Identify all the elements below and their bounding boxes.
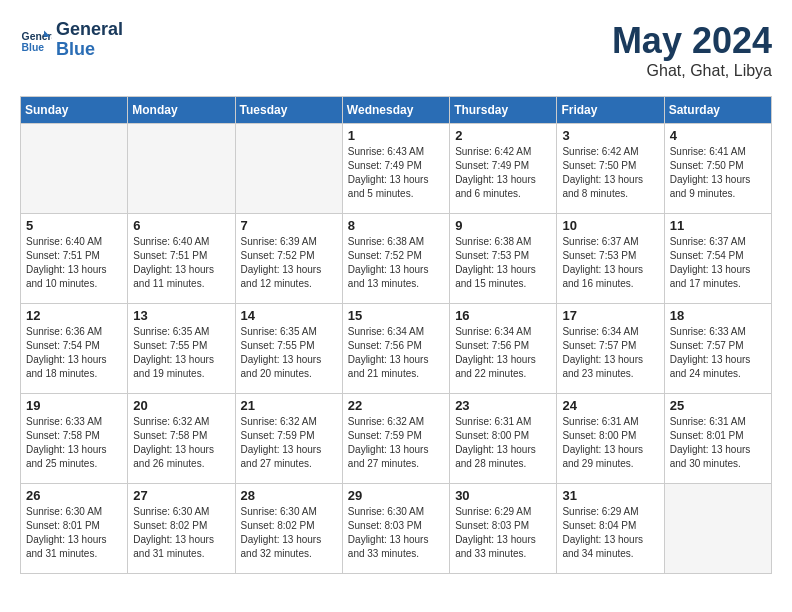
title-block: May 2024 Ghat, Ghat, Libya xyxy=(612,20,772,80)
calendar-cell: 25Sunrise: 6:31 AM Sunset: 8:01 PM Dayli… xyxy=(664,394,771,484)
calendar-week-row: 12Sunrise: 6:36 AM Sunset: 7:54 PM Dayli… xyxy=(21,304,772,394)
logo-icon: General Blue xyxy=(20,24,52,56)
day-number: 6 xyxy=(133,218,229,233)
calendar-cell: 7Sunrise: 6:39 AM Sunset: 7:52 PM Daylig… xyxy=(235,214,342,304)
calendar-cell: 16Sunrise: 6:34 AM Sunset: 7:56 PM Dayli… xyxy=(450,304,557,394)
day-info: Sunrise: 6:29 AM Sunset: 8:04 PM Dayligh… xyxy=(562,505,658,561)
day-info: Sunrise: 6:29 AM Sunset: 8:03 PM Dayligh… xyxy=(455,505,551,561)
day-number: 11 xyxy=(670,218,766,233)
day-info: Sunrise: 6:36 AM Sunset: 7:54 PM Dayligh… xyxy=(26,325,122,381)
logo-text: General Blue xyxy=(56,20,123,60)
calendar-week-row: 26Sunrise: 6:30 AM Sunset: 8:01 PM Dayli… xyxy=(21,484,772,574)
day-info: Sunrise: 6:33 AM Sunset: 7:58 PM Dayligh… xyxy=(26,415,122,471)
day-info: Sunrise: 6:30 AM Sunset: 8:03 PM Dayligh… xyxy=(348,505,444,561)
day-info: Sunrise: 6:40 AM Sunset: 7:51 PM Dayligh… xyxy=(133,235,229,291)
calendar-cell: 22Sunrise: 6:32 AM Sunset: 7:59 PM Dayli… xyxy=(342,394,449,484)
calendar-cell xyxy=(21,124,128,214)
weekday-header: Tuesday xyxy=(235,97,342,124)
day-number: 25 xyxy=(670,398,766,413)
day-info: Sunrise: 6:42 AM Sunset: 7:50 PM Dayligh… xyxy=(562,145,658,201)
day-info: Sunrise: 6:30 AM Sunset: 8:02 PM Dayligh… xyxy=(241,505,337,561)
day-number: 17 xyxy=(562,308,658,323)
weekday-header: Sunday xyxy=(21,97,128,124)
day-number: 26 xyxy=(26,488,122,503)
day-number: 13 xyxy=(133,308,229,323)
calendar-cell: 24Sunrise: 6:31 AM Sunset: 8:00 PM Dayli… xyxy=(557,394,664,484)
page-header: General Blue General Blue May 2024 Ghat,… xyxy=(20,20,772,80)
day-info: Sunrise: 6:35 AM Sunset: 7:55 PM Dayligh… xyxy=(133,325,229,381)
day-number: 21 xyxy=(241,398,337,413)
day-number: 15 xyxy=(348,308,444,323)
calendar-cell xyxy=(664,484,771,574)
calendar-cell: 28Sunrise: 6:30 AM Sunset: 8:02 PM Dayli… xyxy=(235,484,342,574)
weekday-header: Wednesday xyxy=(342,97,449,124)
day-info: Sunrise: 6:40 AM Sunset: 7:51 PM Dayligh… xyxy=(26,235,122,291)
weekday-header: Saturday xyxy=(664,97,771,124)
day-number: 28 xyxy=(241,488,337,503)
day-number: 9 xyxy=(455,218,551,233)
day-number: 27 xyxy=(133,488,229,503)
day-number: 23 xyxy=(455,398,551,413)
calendar-cell: 20Sunrise: 6:32 AM Sunset: 7:58 PM Dayli… xyxy=(128,394,235,484)
calendar-cell: 19Sunrise: 6:33 AM Sunset: 7:58 PM Dayli… xyxy=(21,394,128,484)
day-info: Sunrise: 6:30 AM Sunset: 8:02 PM Dayligh… xyxy=(133,505,229,561)
calendar-cell: 1Sunrise: 6:43 AM Sunset: 7:49 PM Daylig… xyxy=(342,124,449,214)
weekday-header-row: SundayMondayTuesdayWednesdayThursdayFrid… xyxy=(21,97,772,124)
calendar-cell: 27Sunrise: 6:30 AM Sunset: 8:02 PM Dayli… xyxy=(128,484,235,574)
day-info: Sunrise: 6:33 AM Sunset: 7:57 PM Dayligh… xyxy=(670,325,766,381)
day-number: 29 xyxy=(348,488,444,503)
day-info: Sunrise: 6:37 AM Sunset: 7:54 PM Dayligh… xyxy=(670,235,766,291)
weekday-header: Friday xyxy=(557,97,664,124)
day-number: 24 xyxy=(562,398,658,413)
day-info: Sunrise: 6:32 AM Sunset: 7:59 PM Dayligh… xyxy=(241,415,337,471)
day-info: Sunrise: 6:38 AM Sunset: 7:52 PM Dayligh… xyxy=(348,235,444,291)
calendar-subtitle: Ghat, Ghat, Libya xyxy=(612,62,772,80)
calendar-cell: 17Sunrise: 6:34 AM Sunset: 7:57 PM Dayli… xyxy=(557,304,664,394)
calendar-cell: 21Sunrise: 6:32 AM Sunset: 7:59 PM Dayli… xyxy=(235,394,342,484)
calendar-cell xyxy=(128,124,235,214)
day-number: 16 xyxy=(455,308,551,323)
calendar-cell: 6Sunrise: 6:40 AM Sunset: 7:51 PM Daylig… xyxy=(128,214,235,304)
calendar-week-row: 19Sunrise: 6:33 AM Sunset: 7:58 PM Dayli… xyxy=(21,394,772,484)
calendar-cell: 9Sunrise: 6:38 AM Sunset: 7:53 PM Daylig… xyxy=(450,214,557,304)
day-number: 30 xyxy=(455,488,551,503)
calendar-cell: 31Sunrise: 6:29 AM Sunset: 8:04 PM Dayli… xyxy=(557,484,664,574)
calendar-title: May 2024 xyxy=(612,20,772,62)
day-number: 14 xyxy=(241,308,337,323)
calendar-cell xyxy=(235,124,342,214)
calendar-cell: 5Sunrise: 6:40 AM Sunset: 7:51 PM Daylig… xyxy=(21,214,128,304)
calendar-table: SundayMondayTuesdayWednesdayThursdayFrid… xyxy=(20,96,772,574)
day-info: Sunrise: 6:31 AM Sunset: 8:01 PM Dayligh… xyxy=(670,415,766,471)
calendar-cell: 11Sunrise: 6:37 AM Sunset: 7:54 PM Dayli… xyxy=(664,214,771,304)
day-number: 8 xyxy=(348,218,444,233)
calendar-cell: 29Sunrise: 6:30 AM Sunset: 8:03 PM Dayli… xyxy=(342,484,449,574)
day-number: 1 xyxy=(348,128,444,143)
calendar-cell: 13Sunrise: 6:35 AM Sunset: 7:55 PM Dayli… xyxy=(128,304,235,394)
day-info: Sunrise: 6:32 AM Sunset: 7:58 PM Dayligh… xyxy=(133,415,229,471)
calendar-cell: 10Sunrise: 6:37 AM Sunset: 7:53 PM Dayli… xyxy=(557,214,664,304)
calendar-cell: 12Sunrise: 6:36 AM Sunset: 7:54 PM Dayli… xyxy=(21,304,128,394)
calendar-cell: 23Sunrise: 6:31 AM Sunset: 8:00 PM Dayli… xyxy=(450,394,557,484)
day-number: 22 xyxy=(348,398,444,413)
day-info: Sunrise: 6:41 AM Sunset: 7:50 PM Dayligh… xyxy=(670,145,766,201)
calendar-cell: 14Sunrise: 6:35 AM Sunset: 7:55 PM Dayli… xyxy=(235,304,342,394)
day-info: Sunrise: 6:35 AM Sunset: 7:55 PM Dayligh… xyxy=(241,325,337,381)
day-number: 4 xyxy=(670,128,766,143)
day-info: Sunrise: 6:42 AM Sunset: 7:49 PM Dayligh… xyxy=(455,145,551,201)
day-info: Sunrise: 6:30 AM Sunset: 8:01 PM Dayligh… xyxy=(26,505,122,561)
day-number: 7 xyxy=(241,218,337,233)
calendar-cell: 15Sunrise: 6:34 AM Sunset: 7:56 PM Dayli… xyxy=(342,304,449,394)
day-number: 3 xyxy=(562,128,658,143)
day-number: 31 xyxy=(562,488,658,503)
day-info: Sunrise: 6:34 AM Sunset: 7:56 PM Dayligh… xyxy=(348,325,444,381)
day-number: 2 xyxy=(455,128,551,143)
day-number: 12 xyxy=(26,308,122,323)
day-info: Sunrise: 6:31 AM Sunset: 8:00 PM Dayligh… xyxy=(562,415,658,471)
day-info: Sunrise: 6:34 AM Sunset: 7:57 PM Dayligh… xyxy=(562,325,658,381)
day-info: Sunrise: 6:32 AM Sunset: 7:59 PM Dayligh… xyxy=(348,415,444,471)
svg-text:Blue: Blue xyxy=(22,42,45,53)
day-info: Sunrise: 6:38 AM Sunset: 7:53 PM Dayligh… xyxy=(455,235,551,291)
day-number: 18 xyxy=(670,308,766,323)
day-info: Sunrise: 6:37 AM Sunset: 7:53 PM Dayligh… xyxy=(562,235,658,291)
calendar-cell: 26Sunrise: 6:30 AM Sunset: 8:01 PM Dayli… xyxy=(21,484,128,574)
